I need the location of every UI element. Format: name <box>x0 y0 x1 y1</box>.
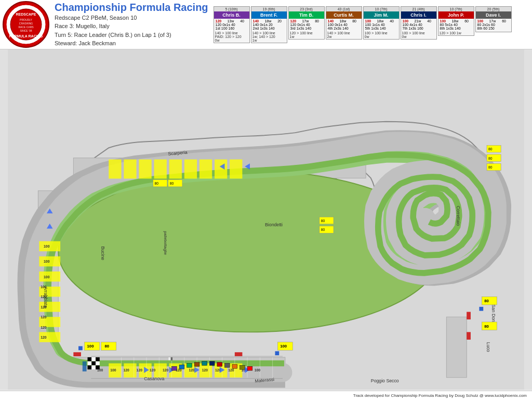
svg-text:100: 100 <box>255 368 261 372</box>
track-svg: 100 100 100 100 120 120 120 120 120 100 … <box>0 49 532 390</box>
svg-rect-89 <box>467 312 471 320</box>
player-cards-row1: 5 (10th)Chris B.12013w40120 0x1s 401st 1… <box>214 6 512 43</box>
card-name-7: Dave I. <box>476 11 511 19</box>
svg-text:120: 120 <box>41 326 47 329</box>
subtitle1: Redscape C2 PBeM, Season 10 <box>55 14 208 22</box>
logo: REDSCAPE PROUDLY CRASHING RACE CARS SINC… <box>3 1 49 48</box>
svg-rect-90 <box>467 332 471 340</box>
svg-rect-149 <box>83 362 87 371</box>
svg-text:80: 80 <box>484 324 489 329</box>
svg-text:80: 80 <box>321 228 325 231</box>
svg-rect-25 <box>109 160 121 179</box>
card-footer-5: 100 > 100 line0w <box>401 31 436 39</box>
card-name-1: Brent F. <box>251 11 287 19</box>
svg-text:120: 120 <box>123 368 129 372</box>
svg-text:Bucine: Bucine <box>100 246 105 260</box>
player-card-6: 10 (7th)John P.10018w6080 5x1s 408th 1x3… <box>438 6 474 36</box>
svg-text:SINCE '08: SINCE '08 <box>20 29 32 32</box>
subtitle3: Turn 5: Race Leader (Chris B.) on Lap 1 … <box>55 31 208 40</box>
svg-rect-28 <box>154 160 167 179</box>
card-name-2: Tim B. <box>289 11 324 19</box>
card-rank-7: 20 (5th) <box>476 7 511 11</box>
card-rank-3: 43 (1st) <box>326 7 362 11</box>
footer: Track developed for Championship Formula… <box>0 391 532 400</box>
card-name-4: Jim M. <box>364 11 399 19</box>
svg-text:Biondetti: Biondetti <box>265 222 283 227</box>
card-footer-4: 100 > 100 line0w <box>364 31 399 39</box>
svg-text:80: 80 <box>484 299 489 303</box>
card-rank-2: 23 (3rd) <box>289 7 324 11</box>
svg-rect-20 <box>39 272 60 281</box>
svg-text:RACE CARS: RACE CARS <box>18 25 34 29</box>
svg-text:120: 120 <box>41 315 47 319</box>
svg-rect-27 <box>139 160 151 179</box>
card-footer-3: 140 > 100 line2w <box>326 31 362 39</box>
title-block: Championship Formula Racing Redscape C2 … <box>55 2 208 48</box>
card-rank-0: 5 (10th) <box>214 7 249 11</box>
svg-rect-123 <box>240 365 245 369</box>
svg-text:REDSCAPE: REDSCAPE <box>16 12 36 16</box>
card-rank-1: 19 (6th) <box>251 7 287 11</box>
svg-text:PROUDLY: PROUDLY <box>20 18 32 21</box>
svg-rect-101 <box>91 365 96 369</box>
card-body-5: 10021w40100 4x1s 407th 1x3s 160 <box>401 19 436 31</box>
card-body-4: 10018w40100 1x1s 405th 1x3s 140 <box>364 19 399 31</box>
svg-text:100: 100 <box>44 260 50 263</box>
svg-rect-99 <box>96 362 100 366</box>
svg-rect-19 <box>39 256 60 266</box>
svg-rect-33 <box>230 160 242 179</box>
svg-rect-88 <box>235 352 243 356</box>
svg-text:100: 100 <box>44 275 50 279</box>
player-card-0: 5 (10th)Chris B.12013w40120 0x1s 401st 1… <box>214 6 250 43</box>
svg-text:pallebottaglie: pallebottaglie <box>163 231 168 255</box>
svg-text:80: 80 <box>104 344 109 349</box>
card-name-0: Chris B. <box>214 11 249 19</box>
svg-text:80: 80 <box>488 165 493 169</box>
subtitle4: Steward: Jack Beckman <box>55 39 208 48</box>
svg-rect-16 <box>446 317 467 377</box>
card-footer-7 <box>476 31 511 32</box>
player-card-4: 10 (7th)Jim M.10018w40100 1x1s 405th 1x3… <box>363 6 400 40</box>
card-name-6: John P. <box>438 11 474 19</box>
svg-rect-120 <box>217 363 222 367</box>
svg-text:CRASHING: CRASHING <box>19 22 33 25</box>
svg-text:80: 80 <box>155 182 159 185</box>
svg-text:100: 100 <box>280 344 287 349</box>
svg-rect-98 <box>91 362 96 366</box>
player-card-5: 21 (4th)Chris I.10021w40100 4x1s 407th 1… <box>401 6 437 40</box>
svg-text:120: 120 <box>150 368 156 372</box>
svg-text:Arrabbiata: Arrabbiata <box>43 287 48 307</box>
card-body-1: 14018w20140 0x1s 202nd 1x3s 140 <box>251 19 287 31</box>
svg-rect-97 <box>88 362 92 366</box>
svg-rect-29 <box>169 160 182 179</box>
svg-text:120: 120 <box>189 368 195 372</box>
footer-text: Track developed for Championship Formula… <box>353 393 527 398</box>
svg-text:120: 120 <box>163 368 169 372</box>
svg-rect-26 <box>124 160 136 179</box>
svg-text:80: 80 <box>488 157 493 160</box>
page-title: Championship Formula Racing <box>55 2 208 14</box>
svg-rect-114 <box>172 366 177 370</box>
card-body-3: 14018w80100 0x1s 404th 2x3s 140 <box>326 19 362 31</box>
svg-text:80: 80 <box>321 219 325 223</box>
card-body-0: 12013w40120 0x1s 401st 100 160 <box>214 19 249 31</box>
card-name-3: Curtis M. <box>326 11 362 19</box>
card-body-7: 10017w6080 2x1s 608th 60 150 <box>476 19 511 31</box>
card-footer-2: 120 > 100 line1w <box>289 31 324 39</box>
svg-rect-117 <box>194 363 200 367</box>
card-name-5: Chris I. <box>401 11 436 19</box>
card-body-6: 10018w6080 5x1s 408th 1x3s 140 <box>438 19 474 31</box>
subtitle2: Race 3: Mugello, Italy <box>55 22 208 31</box>
track-area: 100 100 100 100 120 120 120 120 120 100 … <box>0 49 532 390</box>
svg-text:80: 80 <box>170 182 174 185</box>
svg-rect-121 <box>224 364 230 368</box>
svg-rect-87 <box>73 352 81 356</box>
svg-rect-96 <box>96 357 100 362</box>
card-rank-4: 10 (7th) <box>364 7 399 11</box>
svg-text:120: 120 <box>137 368 143 372</box>
svg-rect-95 <box>91 357 96 362</box>
card-footer-0: 140 > 100 linePAID: 120 > 1200w <box>214 31 249 43</box>
svg-text:100: 100 <box>87 344 94 349</box>
svg-rect-30 <box>184 160 197 179</box>
svg-text:Poggio Secco: Poggio Secco <box>371 378 399 383</box>
